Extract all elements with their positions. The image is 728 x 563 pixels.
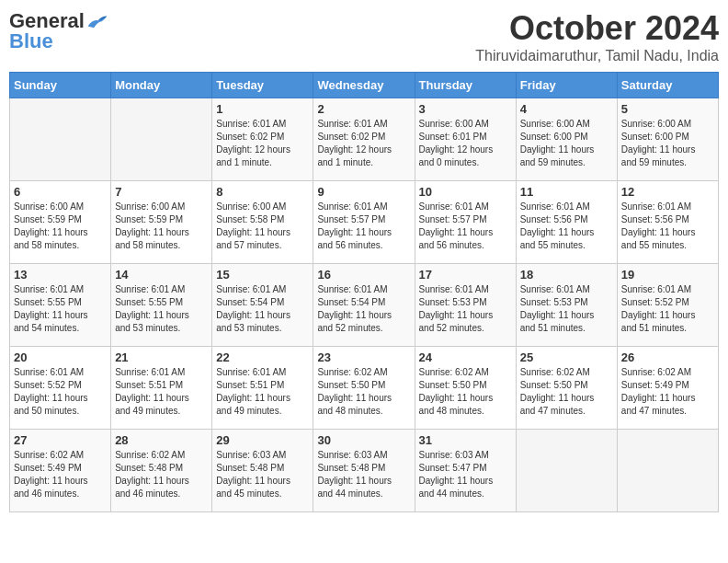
cell-text: Sunrise: 6:01 AMSunset: 5:56 PMDaylight:…	[520, 201, 613, 252]
cell-text: Sunrise: 6:01 AMSunset: 5:54 PMDaylight:…	[317, 283, 410, 335]
day-number: 7	[115, 185, 208, 199]
cell-text: Sunrise: 6:00 AMSunset: 6:00 PMDaylight:…	[621, 118, 714, 169]
calendar-cell: 1Sunrise: 6:01 AMSunset: 6:02 PMDaylight…	[212, 98, 313, 181]
calendar-cell: 5Sunrise: 6:00 AMSunset: 6:00 PMDaylight…	[617, 98, 718, 181]
cell-text: Sunrise: 6:01 AMSunset: 5:53 PMDaylight:…	[520, 283, 613, 335]
calendar-table: SundayMondayTuesdayWednesdayThursdayFrid…	[9, 72, 719, 512]
day-number: 26	[621, 350, 714, 364]
logo-bird-icon	[86, 12, 108, 30]
calendar-cell: 23Sunrise: 6:02 AMSunset: 5:50 PMDayligh…	[313, 347, 415, 430]
calendar-cell: 3Sunrise: 6:00 AMSunset: 6:01 PMDaylight…	[415, 98, 516, 181]
day-number: 25	[520, 350, 613, 364]
title-block: October 2024 Thiruvidaimaruthur, Tamil N…	[475, 9, 719, 64]
day-number: 20	[14, 350, 107, 364]
day-number: 10	[419, 185, 512, 199]
calendar-cell: 30Sunrise: 6:03 AMSunset: 5:48 PMDayligh…	[313, 430, 415, 512]
cell-text: Sunrise: 6:02 AMSunset: 5:50 PMDaylight:…	[520, 366, 613, 418]
calendar-cell: 13Sunrise: 6:01 AMSunset: 5:55 PMDayligh…	[10, 264, 111, 347]
calendar-week-3: 13Sunrise: 6:01 AMSunset: 5:55 PMDayligh…	[10, 264, 719, 347]
day-number: 11	[520, 185, 613, 199]
calendar-cell: 4Sunrise: 6:00 AMSunset: 6:00 PMDaylight…	[516, 98, 617, 181]
cell-text: Sunrise: 6:00 AMSunset: 5:59 PMDaylight:…	[14, 201, 107, 252]
day-number: 30	[317, 433, 410, 447]
calendar-cell: 18Sunrise: 6:01 AMSunset: 5:53 PMDayligh…	[516, 264, 617, 347]
calendar-cell: 9Sunrise: 6:01 AMSunset: 5:57 PMDaylight…	[313, 181, 415, 264]
calendar-cell: 14Sunrise: 6:01 AMSunset: 5:55 PMDayligh…	[111, 264, 212, 347]
cell-text: Sunrise: 6:00 AMSunset: 6:00 PMDaylight:…	[520, 118, 613, 169]
cell-text: Sunrise: 6:02 AMSunset: 5:48 PMDaylight:…	[115, 449, 208, 500]
calendar-cell: 15Sunrise: 6:01 AMSunset: 5:54 PMDayligh…	[212, 264, 313, 347]
day-number: 12	[621, 185, 714, 199]
day-number: 1	[216, 102, 309, 116]
cell-text: Sunrise: 6:01 AMSunset: 5:55 PMDaylight:…	[115, 283, 208, 335]
cell-text: Sunrise: 6:01 AMSunset: 5:52 PMDaylight:…	[621, 283, 714, 335]
cell-text: Sunrise: 6:01 AMSunset: 5:53 PMDaylight:…	[419, 283, 512, 335]
day-number: 21	[115, 350, 208, 364]
calendar-cell	[111, 98, 212, 181]
day-number: 22	[216, 350, 309, 364]
day-number: 29	[216, 433, 309, 447]
calendar-cell: 26Sunrise: 6:02 AMSunset: 5:49 PMDayligh…	[617, 347, 718, 430]
day-number: 19	[621, 268, 714, 282]
calendar-week-1: 1Sunrise: 6:01 AMSunset: 6:02 PMDaylight…	[10, 98, 719, 181]
calendar-cell	[10, 98, 111, 181]
weekday-header-thursday: Thursday	[415, 73, 516, 98]
cell-text: Sunrise: 6:00 AMSunset: 6:01 PMDaylight:…	[419, 118, 512, 169]
cell-text: Sunrise: 6:00 AMSunset: 5:59 PMDaylight:…	[115, 201, 208, 252]
calendar-cell: 25Sunrise: 6:02 AMSunset: 5:50 PMDayligh…	[516, 347, 617, 430]
day-number: 24	[419, 350, 512, 364]
day-number: 8	[216, 185, 309, 199]
calendar-cell: 7Sunrise: 6:00 AMSunset: 5:59 PMDaylight…	[111, 181, 212, 264]
cell-text: Sunrise: 6:01 AMSunset: 6:02 PMDaylight:…	[216, 118, 309, 169]
day-number: 3	[419, 102, 512, 116]
header-row: SundayMondayTuesdayWednesdayThursdayFrid…	[10, 73, 719, 98]
weekday-header-monday: Monday	[111, 73, 212, 98]
calendar-cell: 27Sunrise: 6:02 AMSunset: 5:49 PMDayligh…	[10, 430, 111, 512]
day-number: 13	[14, 268, 107, 282]
calendar-week-5: 27Sunrise: 6:02 AMSunset: 5:49 PMDayligh…	[10, 430, 719, 512]
day-number: 15	[216, 268, 309, 282]
calendar-cell: 16Sunrise: 6:01 AMSunset: 5:54 PMDayligh…	[313, 264, 415, 347]
weekday-header-wednesday: Wednesday	[313, 73, 415, 98]
calendar-cell: 17Sunrise: 6:01 AMSunset: 5:53 PMDayligh…	[415, 264, 516, 347]
cell-text: Sunrise: 6:01 AMSunset: 5:52 PMDaylight:…	[14, 366, 107, 418]
cell-text: Sunrise: 6:02 AMSunset: 5:50 PMDaylight:…	[317, 366, 410, 418]
day-number: 6	[14, 185, 107, 199]
calendar-cell: 21Sunrise: 6:01 AMSunset: 5:51 PMDayligh…	[111, 347, 212, 430]
calendar-cell: 24Sunrise: 6:02 AMSunset: 5:50 PMDayligh…	[415, 347, 516, 430]
calendar-cell: 28Sunrise: 6:02 AMSunset: 5:48 PMDayligh…	[111, 430, 212, 512]
calendar-cell: 6Sunrise: 6:00 AMSunset: 5:59 PMDaylight…	[10, 181, 111, 264]
cell-text: Sunrise: 6:01 AMSunset: 6:02 PMDaylight:…	[317, 118, 410, 169]
cell-text: Sunrise: 6:01 AMSunset: 5:56 PMDaylight:…	[621, 201, 714, 252]
calendar-cell: 19Sunrise: 6:01 AMSunset: 5:52 PMDayligh…	[617, 264, 718, 347]
calendar-cell	[617, 430, 718, 512]
day-number: 2	[317, 102, 410, 116]
day-number: 23	[317, 350, 410, 364]
cell-text: Sunrise: 6:03 AMSunset: 5:48 PMDaylight:…	[317, 449, 410, 500]
cell-text: Sunrise: 6:00 AMSunset: 5:58 PMDaylight:…	[216, 201, 309, 252]
weekday-header-tuesday: Tuesday	[212, 73, 313, 98]
logo: General Blue	[9, 9, 108, 53]
calendar-cell: 31Sunrise: 6:03 AMSunset: 5:47 PMDayligh…	[415, 430, 516, 512]
calendar-cell: 22Sunrise: 6:01 AMSunset: 5:51 PMDayligh…	[212, 347, 313, 430]
weekday-header-saturday: Saturday	[617, 73, 718, 98]
location: Thiruvidaimaruthur, Tamil Nadu, India	[475, 48, 719, 64]
cell-text: Sunrise: 6:02 AMSunset: 5:50 PMDaylight:…	[419, 366, 512, 418]
calendar-cell: 8Sunrise: 6:00 AMSunset: 5:58 PMDaylight…	[212, 181, 313, 264]
day-number: 14	[115, 268, 208, 282]
day-number: 28	[115, 433, 208, 447]
day-number: 5	[621, 102, 714, 116]
cell-text: Sunrise: 6:01 AMSunset: 5:57 PMDaylight:…	[317, 201, 410, 252]
day-number: 9	[317, 185, 410, 199]
weekday-header-sunday: Sunday	[10, 73, 111, 98]
month-title: October 2024	[475, 9, 719, 48]
cell-text: Sunrise: 6:03 AMSunset: 5:48 PMDaylight:…	[216, 449, 309, 500]
day-number: 4	[520, 102, 613, 116]
logo-blue-label: Blue	[9, 29, 53, 53]
day-number: 18	[520, 268, 613, 282]
calendar-week-4: 20Sunrise: 6:01 AMSunset: 5:52 PMDayligh…	[10, 347, 719, 430]
cell-text: Sunrise: 6:03 AMSunset: 5:47 PMDaylight:…	[419, 449, 512, 500]
cell-text: Sunrise: 6:01 AMSunset: 5:51 PMDaylight:…	[216, 366, 309, 418]
calendar-week-2: 6Sunrise: 6:00 AMSunset: 5:59 PMDaylight…	[10, 181, 719, 264]
calendar-cell: 12Sunrise: 6:01 AMSunset: 5:56 PMDayligh…	[617, 181, 718, 264]
